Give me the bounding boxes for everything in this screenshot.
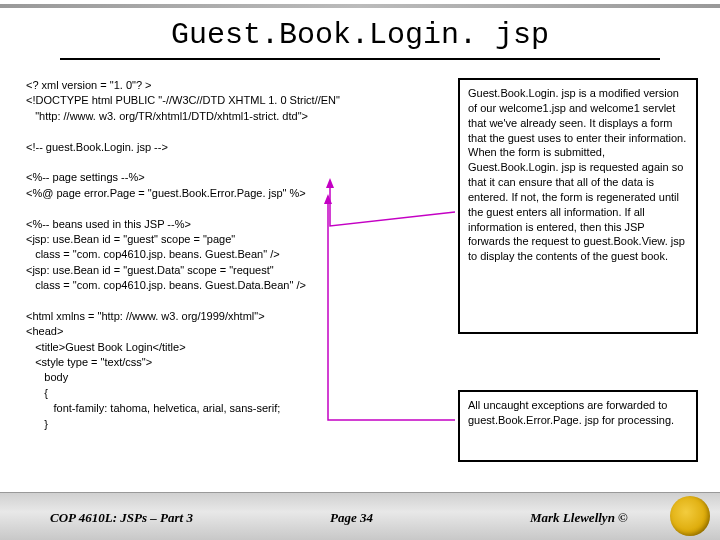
footer-bar: COP 4610L: JSPs – Part 3 Page 34 Mark Ll… [0, 492, 720, 540]
top-rule [0, 4, 720, 8]
footer-author: Mark Llewellyn © [530, 510, 628, 526]
footer-left: COP 4610L: JSPs – Part 3 [50, 510, 193, 526]
annotation-box-exceptions: All uncaught exceptions are forwarded to… [458, 390, 698, 462]
code-listing: <? xml version = "1. 0"? > <!DOCTYPE htm… [26, 78, 446, 432]
ucf-logo-icon [670, 496, 710, 536]
annotation-box-main: Guest.Book.Login. jsp is a modified vers… [458, 78, 698, 334]
slide-title: Guest.Book.Login. jsp [0, 18, 720, 52]
slide: Guest.Book.Login. jsp <? xml version = "… [0, 0, 720, 540]
footer-page: Page 34 [330, 510, 373, 526]
title-underline [60, 58, 660, 61]
